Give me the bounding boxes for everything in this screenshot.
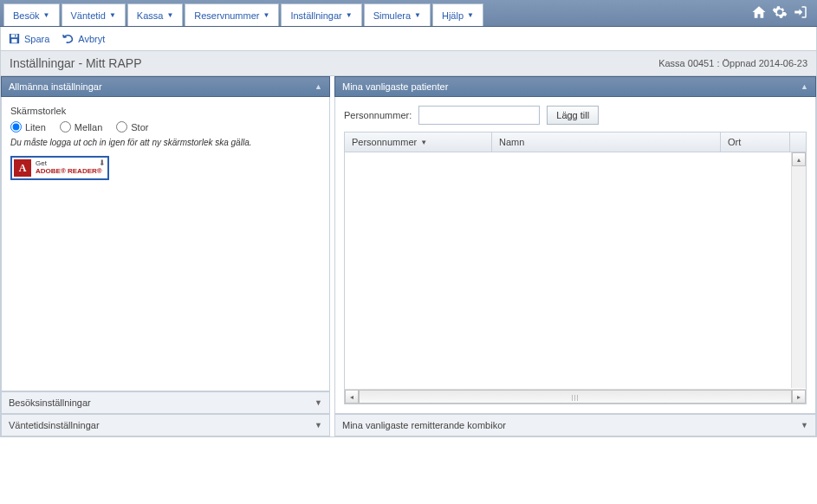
col-label: Ort [728, 137, 741, 147]
panel-body-general: Skärmstorlek Liten Mellan Stor Du måste … [1, 97, 330, 391]
panel-header-vantetid[interactable]: Väntetidsinställningar ▼ [1, 414, 330, 436]
menu-label: Simulera [373, 10, 411, 21]
col-header-blank [790, 132, 806, 152]
caret-down-icon: ▼ [43, 11, 50, 19]
screen-size-radios: Liten Mellan Stor [10, 121, 321, 132]
caret-down-icon: ▼ [414, 11, 421, 19]
grid-header: Personnummer ▼ Namn Ort [345, 132, 806, 152]
right-column: Mina vanligaste patienter ▲ Personnummer… [334, 76, 816, 436]
scroll-left-icon[interactable]: ◂ [345, 390, 359, 404]
menu-label: Besök [13, 10, 40, 21]
left-column: Allmänna inställningar ▲ Skärmstorlek Li… [1, 76, 330, 436]
menu-hjalp[interactable]: Hjälp▼ [432, 3, 483, 26]
scroll-up-icon[interactable]: ▴ [792, 152, 806, 166]
radio-label: Liten [25, 122, 46, 132]
personnummer-label: Personnummer: [344, 110, 412, 120]
caret-down-icon: ▼ [166, 11, 173, 19]
panel-title: Mina vanligaste patienter [342, 81, 448, 92]
download-arrow-icon: ⬇ [99, 158, 106, 167]
expand-down-icon: ▼ [801, 421, 808, 430]
menu-label: Hjälp [442, 10, 464, 21]
save-button[interactable]: Spara [8, 32, 49, 45]
vertical-scrollbar[interactable]: ▴ [791, 152, 806, 388]
personnummer-row: Personnummer: Lägg till [344, 106, 807, 125]
collapse-up-icon: ▲ [314, 82, 322, 91]
logout-icon[interactable] [793, 4, 808, 22]
grid-body: ▴ ◂ ▸ [345, 152, 806, 404]
radio-label: Stor [131, 122, 148, 132]
caret-down-icon: ▼ [263, 11, 269, 19]
adobe-reader-badge[interactable]: A Get ADOBE® READER® ⬇ [10, 156, 109, 180]
panel-title: Besöksinställningar [9, 397, 91, 408]
panel-title: Allmänna inställningar [9, 81, 102, 92]
patients-grid: Personnummer ▼ Namn Ort ▴ ◂ ▸ [344, 132, 807, 404]
menu-kassa[interactable]: Kassa▼ [127, 3, 184, 26]
page-status: Kassa 00451 : Öppnad 2014-06-23 [658, 58, 807, 68]
expand-down-icon: ▼ [314, 421, 322, 430]
menu-installningar[interactable]: Inställningar▼ [281, 3, 361, 26]
col-header-personnummer[interactable]: Personnummer ▼ [345, 132, 492, 152]
top-menu-bar: Besök▼ Väntetid▼ Kassa▼ Reservnummer▼ In… [0, 0, 817, 27]
menu-vantetid[interactable]: Väntetid▼ [62, 3, 126, 26]
screen-size-hint: Du måste logga ut och in igen för att ny… [10, 138, 321, 147]
top-right-icons [751, 0, 817, 26]
caret-down-icon: ▼ [346, 11, 353, 19]
col-label: Namn [499, 137, 524, 147]
caret-down-icon: ▼ [109, 11, 116, 19]
col-header-ort[interactable]: Ort [721, 132, 790, 152]
radio-stor[interactable]: Stor [116, 121, 148, 132]
horizontal-scrollbar[interactable]: ◂ ▸ [345, 389, 806, 404]
panel-header-besok[interactable]: Besöksinställningar ▼ [1, 391, 330, 414]
panel-title: Mina vanligaste remitterande kombikor [342, 420, 506, 430]
menu-simulera[interactable]: Simulera▼ [364, 3, 431, 26]
adobe-line2: ADOBE® READER® [36, 167, 102, 175]
gear-icon[interactable] [772, 4, 788, 22]
page-title: Inställningar - Mitt RAPP [10, 56, 142, 70]
radio-mellan[interactable]: Mellan [60, 121, 102, 132]
panel-header-patients[interactable]: Mina vanligaste patienter ▲ [334, 76, 816, 97]
home-icon[interactable] [751, 4, 767, 22]
col-label: Personnummer [352, 137, 417, 147]
save-icon [8, 32, 21, 45]
screen-size-label: Skärmstorlek [10, 106, 321, 116]
adobe-text: Get ADOBE® READER® [36, 160, 102, 176]
add-button[interactable]: Lägg till [547, 106, 599, 125]
radio-label: Mellan [75, 122, 102, 132]
col-header-namn[interactable]: Namn [492, 132, 721, 152]
menu-reservnummer[interactable]: Reservnummer▼ [185, 3, 279, 26]
personnummer-input[interactable] [418, 106, 540, 125]
scroll-thumb[interactable] [359, 390, 792, 404]
radio-liten[interactable]: Liten [10, 121, 46, 132]
radio-stor-input[interactable] [116, 121, 127, 132]
menu-label: Kassa [137, 10, 164, 21]
panel-body-patients: Personnummer: Lägg till Personnummer ▼ N… [334, 97, 816, 414]
adobe-logo-icon: A [14, 159, 31, 177]
content-area: Allmänna inställningar ▲ Skärmstorlek Li… [0, 76, 817, 437]
panel-header-kombikor[interactable]: Mina vanligaste remitterande kombikor ▼ [334, 414, 816, 436]
svg-rect-1 [11, 35, 18, 38]
menu-label: Reservnummer [194, 10, 259, 21]
save-label: Spara [24, 34, 49, 44]
radio-mellan-input[interactable] [60, 121, 71, 132]
action-toolbar: Spara Avbryt [0, 27, 817, 51]
collapse-up-icon: ▲ [801, 82, 808, 91]
cancel-button[interactable]: Avbryt [62, 32, 105, 45]
cancel-label: Avbryt [78, 34, 105, 44]
menu-label: Väntetid [71, 10, 106, 21]
panel-header-general[interactable]: Allmänna inställningar ▲ [1, 76, 330, 97]
page-header: Inställningar - Mitt RAPP Kassa 00451 : … [0, 51, 817, 76]
sort-desc-icon: ▼ [420, 139, 427, 146]
scroll-right-icon[interactable]: ▸ [792, 390, 806, 404]
panel-title: Väntetidsinställningar [9, 420, 100, 430]
svg-rect-3 [15, 35, 16, 37]
undo-icon [62, 32, 75, 45]
expand-down-icon: ▼ [314, 398, 322, 407]
caret-down-icon: ▼ [467, 11, 474, 19]
menu-besok[interactable]: Besök▼ [3, 3, 60, 26]
svg-rect-2 [11, 39, 16, 42]
menu-label: Inställningar [290, 10, 341, 21]
radio-liten-input[interactable] [10, 121, 22, 132]
